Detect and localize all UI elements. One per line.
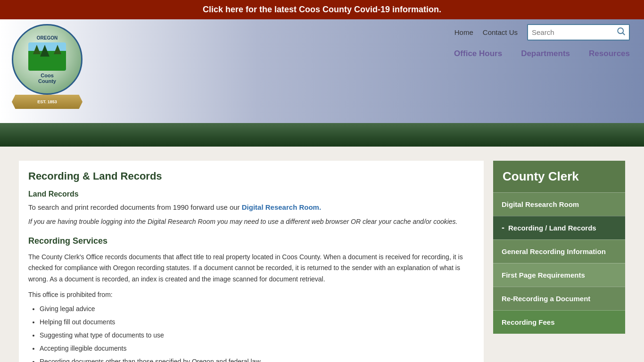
sidebar-item-1[interactable]: -Recording / Land Records — [493, 216, 625, 239]
logo[interactable]: OREGON Coos County EST. 1853 — [9, 24, 85, 118]
prohibited-list: Giving legal adviceHelping fill out docu… — [28, 302, 474, 362]
sidebar-item-label: Recording / Land Records — [508, 223, 596, 233]
covid-banner[interactable]: Click here for the latest Coos County Co… — [0, 0, 644, 19]
page-title: Recording & Land Records — [28, 170, 474, 182]
logo-circle: OREGON Coos County — [12, 24, 83, 95]
list-item: Giving legal advice — [40, 302, 474, 315]
sidebar-active-indicator: - — [502, 223, 504, 233]
sidebar-item-4[interactable]: Re-Recording a Document — [493, 287, 625, 310]
digital-research-room-link[interactable]: Digital Research Room. — [242, 203, 321, 211]
home-link[interactable]: Home — [454, 28, 473, 36]
sidebar-item-label: Digital Research Room — [502, 199, 579, 209]
italic-note: If you are having trouble logging into t… — [28, 217, 474, 227]
departments-link[interactable]: Departments — [521, 49, 570, 58]
nav-top: Home Contact Us — [454, 24, 630, 41]
sidebar-item-3[interactable]: First Page Requirements — [493, 263, 625, 287]
sidebar-item-label: General Recording Information — [502, 247, 606, 256]
logo-oregon: OREGON — [28, 35, 66, 41]
prohibited-intro: This office is prohibited from: — [28, 291, 474, 298]
sidebar-item-label: First Page Requirements — [502, 270, 585, 280]
list-item: Recording documents other than those spe… — [40, 355, 474, 362]
office-hours-link[interactable]: Office Hours — [454, 49, 502, 58]
header: OREGON Coos County EST. 1853 Home Contac… — [0, 19, 644, 123]
main-container: Recording & Land Records Land Records To… — [19, 151, 625, 362]
logo-county: County — [28, 78, 66, 84]
hero-image — [0, 123, 644, 147]
sidebar-item-2[interactable]: General Recording Information — [493, 239, 625, 263]
recording-services-title: Recording Services — [28, 236, 474, 246]
search-box — [527, 24, 630, 41]
logo-coos: Coos — [28, 73, 66, 78]
search-intro-text: To search and print recorded documents f… — [28, 202, 474, 213]
contact-us-link[interactable]: Contact Us — [483, 28, 518, 36]
list-item: Suggesting what type of documents to use — [40, 329, 474, 342]
recording-services-body: The County Clerk's Office records docume… — [28, 252, 474, 285]
header-top-nav: Home Contact Us — [94, 24, 635, 44]
search-button[interactable] — [617, 27, 625, 38]
sidebar-item-0[interactable]: Digital Research Room — [493, 192, 625, 216]
svg-point-0 — [618, 28, 623, 33]
nav-bottom: Office Hours Departments Resources — [9, 49, 635, 58]
logo-est: EST. 1853 — [37, 99, 57, 104]
sidebar-item-5[interactable]: Recording Fees — [493, 310, 625, 334]
land-records-title: Land Records — [28, 190, 474, 198]
covid-banner-text: Click here for the latest Coos County Co… — [203, 5, 441, 14]
sidebar-header: County Clerk — [493, 161, 625, 192]
sidebar-item-label: Re-Recording a Document — [502, 294, 590, 304]
list-item: Helping fill out documents — [40, 315, 474, 329]
list-item: Accepting illegible documents — [40, 342, 474, 355]
search-text-before: To search and print recorded documents f… — [28, 203, 242, 211]
content-area: Recording & Land Records Land Records To… — [19, 161, 484, 362]
sidebar: County Clerk Digital Research Room-Recor… — [493, 161, 625, 362]
search-input[interactable] — [532, 28, 617, 36]
sidebar-item-label: Recording Fees — [502, 317, 555, 327]
resources-link[interactable]: Resources — [589, 49, 630, 58]
svg-line-1 — [623, 33, 625, 35]
